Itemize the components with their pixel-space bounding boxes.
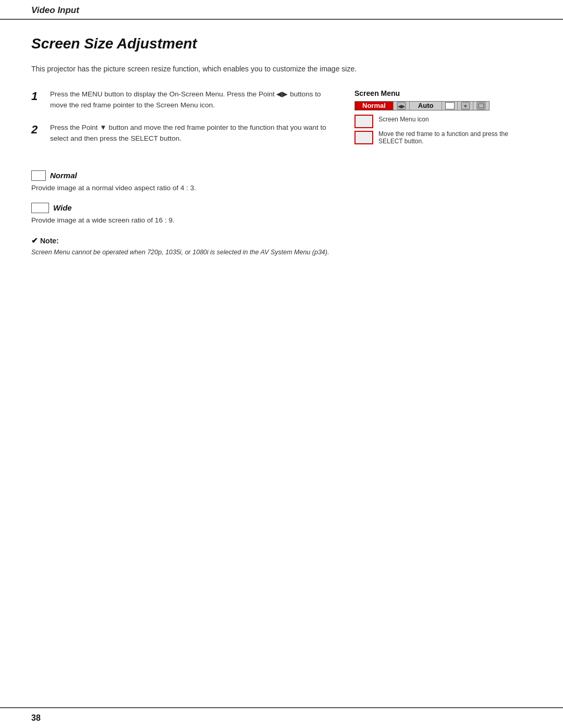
- normal-desc: Provide image at a normal video aspect r…: [31, 183, 532, 193]
- menu-special-icon: ♥: [458, 102, 473, 110]
- step-2: 2 Press the Point ▼ button and move the …: [31, 122, 334, 144]
- red-frame-1: [354, 115, 373, 128]
- page-number: 38: [31, 713, 41, 723]
- checkmark-icon: ✔: [31, 236, 38, 245]
- steps-column: 1 Press the MENU button to display the O…: [31, 89, 334, 156]
- menu-sq-icon-1: [442, 102, 458, 110]
- section-normal: Normal Provide image at a normal video a…: [31, 170, 532, 193]
- footer: 38: [0, 707, 563, 728]
- section-wide-header: Wide: [31, 203, 532, 213]
- section-wide: Wide Provide image at a wide screen rati…: [31, 203, 532, 226]
- note-section: ✔ Note: Screen Menu cannot be operated w…: [31, 236, 532, 257]
- red-frame-2: [354, 131, 373, 144]
- screen-menu-column: Screen Menu Normal ◀▶ Auto: [354, 89, 532, 156]
- screen-menu-container: Normal ◀▶ Auto: [354, 101, 532, 146]
- diagram-frames: [354, 115, 373, 144]
- page-title: Screen Size Adjustment: [31, 35, 532, 52]
- step-1-number: 1: [31, 89, 43, 111]
- normal-label: Normal: [50, 171, 77, 180]
- note-label: Note:: [40, 237, 59, 245]
- wide-desc: Provide image at a wide screen ratio of …: [31, 215, 532, 226]
- menu-bar: Normal ◀▶ Auto: [354, 101, 489, 110]
- step-1-text: Press the MENU button to display the On-…: [50, 89, 334, 111]
- diagram-lower: Screen Menu icon Move the red frame to a…: [354, 115, 532, 146]
- note-text: Screen Menu cannot be operated when 720p…: [31, 248, 532, 257]
- square-icon-1: [445, 102, 455, 109]
- header-title: Video Input: [31, 5, 79, 15]
- content: Screen Size Adjustment This projector ha…: [0, 20, 563, 289]
- two-col-layout: 1 Press the MENU button to display the O…: [31, 89, 532, 156]
- menu-lr-arrow-icon: ◀▶: [394, 102, 410, 110]
- normal-icon: [31, 170, 46, 181]
- step-2-text: Press the Point ▼ button and move the re…: [50, 122, 334, 144]
- wide-label: Wide: [53, 203, 72, 212]
- step-2-number: 2: [31, 122, 43, 144]
- wide-icon: [31, 203, 49, 213]
- annotation-screen-menu-icon: Screen Menu icon: [378, 116, 532, 123]
- header: Video Input: [0, 0, 563, 20]
- annotation-frame-text: Move the red frame to a function and pre…: [378, 130, 532, 145]
- menu-last-icon: [473, 102, 489, 110]
- step-1: 1 Press the MENU button to display the O…: [31, 89, 334, 111]
- menu-normal: Normal: [355, 102, 394, 110]
- screen-menu-label: Screen Menu: [354, 89, 532, 97]
- note-header: ✔ Note:: [31, 236, 532, 245]
- menu-auto: Auto: [410, 102, 443, 110]
- intro-text: This projector has the picture screen re…: [31, 64, 532, 75]
- section-normal-header: Normal: [31, 170, 532, 181]
- diagram-annotations: Screen Menu icon Move the red frame to a…: [378, 115, 532, 146]
- svg-text:♥: ♥: [464, 103, 467, 109]
- svg-text:◀▶: ◀▶: [398, 104, 405, 109]
